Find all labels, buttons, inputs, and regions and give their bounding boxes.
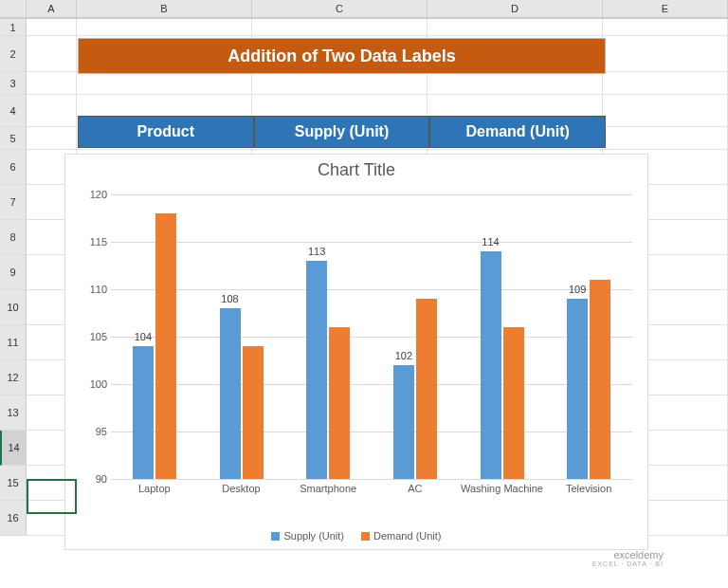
y-tick-label: 110 [81,284,107,295]
select-all-corner[interactable] [0,0,27,18]
header-supply: Supply (Unit) [254,116,430,148]
gridline [111,289,632,290]
column-header-B[interactable]: B [77,0,252,18]
y-tick-label: 90 [81,473,107,485]
y-tick-label: 120 [81,189,107,200]
bar-demand[interactable] [243,346,264,479]
spreadsheet-grid: ABCDE 12345678910111213141516 Addition o… [0,0,728,588]
header-demand: Demand (Unit) [429,116,606,148]
bar-supply[interactable] [567,299,588,479]
row-header-1[interactable]: 1 [0,19,27,36]
gridline [111,337,632,338]
header-product: Product [78,116,254,148]
row-header-13[interactable]: 13 [0,395,27,431]
column-header-A[interactable]: A [27,0,77,18]
row-header-15[interactable]: 15 [0,466,27,501]
gridline [111,432,632,432]
embedded-chart[interactable]: Chart Title 9095100105110115120Laptop104… [64,154,648,550]
column-headers: ABCDE [0,0,728,19]
data-label[interactable]: 108 [216,293,245,304]
plot-area[interactable]: 9095100105110115120Laptop104Desktop108Sm… [111,194,632,479]
row-header-12[interactable]: 12 [0,360,27,395]
legend-item-supply[interactable]: Supply (Unit) [271,530,344,542]
bar-demand[interactable] [503,327,524,479]
watermark-main: exceldemy [592,550,664,560]
watermark-sub: EXCEL · DATA · BI [592,560,664,567]
row-header-7[interactable]: 7 [0,185,27,220]
legend-swatch-demand [361,532,370,541]
bar-demand[interactable] [590,280,610,479]
title-banner: Addition of Two Data Labels [78,38,606,74]
row-header-8[interactable]: 8 [0,220,27,255]
row-header-5[interactable]: 5 [0,127,27,150]
legend-label-demand: Demand (Unit) [373,530,442,542]
data-label[interactable]: 109 [563,284,592,295]
row-header-4[interactable]: 4 [0,95,27,127]
x-tick-label: AC [372,479,459,494]
row-header-14[interactable]: 14 [0,431,27,466]
table-header-row: Product Supply (Unit) Demand (Unit) [78,116,606,148]
data-label[interactable]: 102 [390,350,418,361]
column-header-E[interactable]: E [603,0,728,18]
row-header-10[interactable]: 10 [0,290,27,325]
bar-supply[interactable] [481,251,501,479]
x-tick-label: Smartphone [284,479,372,494]
x-tick-label: Desktop [198,479,285,494]
y-tick-label: 115 [81,236,107,248]
row-header-9[interactable]: 9 [0,255,27,290]
column-header-C[interactable]: C [252,0,428,18]
legend[interactable]: Supply (Unit) Demand (Unit) [65,530,647,542]
row-headers: 12345678910111213141516 [0,19,27,536]
bar-supply[interactable] [306,261,327,479]
bar-demand[interactable] [329,327,350,479]
bar-supply[interactable] [393,365,414,479]
data-label[interactable]: 104 [129,331,157,342]
watermark: exceldemy EXCEL · DATA · BI [592,550,664,567]
data-label[interactable]: 114 [477,236,505,248]
chart-title[interactable]: Chart Title [65,155,647,180]
x-tick-label: Television [545,479,632,494]
legend-swatch-supply [271,532,280,541]
row-header-3[interactable]: 3 [0,72,27,95]
legend-item-demand[interactable]: Demand (Unit) [361,530,442,542]
data-label[interactable]: 113 [302,246,331,257]
x-tick-label: Washing Machine [459,479,546,494]
gridline [111,242,632,243]
row-header-6[interactable]: 6 [0,150,27,185]
bar-demand[interactable] [155,213,176,479]
y-tick-label: 95 [81,426,107,437]
x-tick-label: Laptop [111,479,198,494]
bar-demand[interactable] [416,299,437,479]
column-header-D[interactable]: D [428,0,603,18]
y-tick-label: 100 [81,378,107,390]
gridline [111,384,632,385]
row-header-11[interactable]: 11 [0,325,27,360]
row-header-2[interactable]: 2 [0,36,27,72]
bar-supply[interactable] [220,308,241,479]
legend-label-supply: Supply (Unit) [283,530,344,542]
bar-supply[interactable] [133,346,154,479]
gridline [111,194,632,195]
row-header-16[interactable]: 16 [0,501,27,536]
y-tick-label: 105 [81,331,107,342]
